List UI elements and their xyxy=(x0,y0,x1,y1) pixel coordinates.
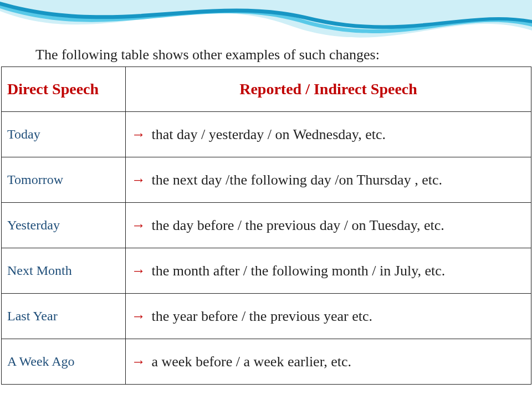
table-row: Yesterday → the day before / the previou… xyxy=(2,203,531,248)
reported-cell: → a week before / a week earlier, etc. xyxy=(126,339,531,385)
arrow-icon: → xyxy=(131,354,146,370)
reported-cell: → the day before / the previous day / on… xyxy=(126,203,531,248)
table-header-row: Direct Speech Reported / Indirect Speech xyxy=(2,67,531,112)
reported-text: the day before / the previous day / on T… xyxy=(148,217,444,233)
direct-cell: Tomorrow xyxy=(2,157,126,203)
speech-table: Direct Speech Reported / Indirect Speech… xyxy=(1,66,531,385)
arrow-icon: → xyxy=(131,217,146,233)
direct-cell: Last Year xyxy=(2,294,126,339)
arrow-icon: → xyxy=(131,172,146,188)
arrow-icon: → xyxy=(131,308,146,324)
reported-text: the year before / the previous year etc. xyxy=(148,308,372,324)
reported-cell: → the month after / the following month … xyxy=(126,248,531,294)
reported-cell: → that day / yesterday / on Wednesday, e… xyxy=(126,112,531,157)
table-row: Next Month → the month after / the follo… xyxy=(2,248,531,294)
reported-text: the next day /the following day /on Thur… xyxy=(148,172,442,188)
reported-text: a week before / a week earlier, etc. xyxy=(148,354,351,370)
reported-text: the month after / the following month / … xyxy=(148,263,445,279)
reported-text: that day / yesterday / on Wednesday, etc… xyxy=(148,126,386,142)
reported-cell: → the next day /the following day /on Th… xyxy=(126,157,531,203)
direct-cell: Today xyxy=(2,112,126,157)
direct-cell: A Week Ago xyxy=(2,339,126,385)
table-row: Last Year → the year before / the previo… xyxy=(2,294,531,339)
arrow-icon: → xyxy=(131,126,146,142)
arrow-icon: → xyxy=(131,263,146,279)
table-row: Tomorrow → the next day /the following d… xyxy=(2,157,531,203)
direct-cell: Yesterday xyxy=(2,203,126,248)
table-row: A Week Ago → a week before / a week earl… xyxy=(2,339,531,385)
header-reported: Reported / Indirect Speech xyxy=(126,67,531,112)
reported-cell: → the year before / the previous year et… xyxy=(126,294,531,339)
intro-text: The following table shows other examples… xyxy=(35,47,380,63)
table-row: Today → that day / yesterday / on Wednes… xyxy=(2,112,531,157)
direct-cell: Next Month xyxy=(2,248,126,294)
header-direct: Direct Speech xyxy=(2,67,126,112)
